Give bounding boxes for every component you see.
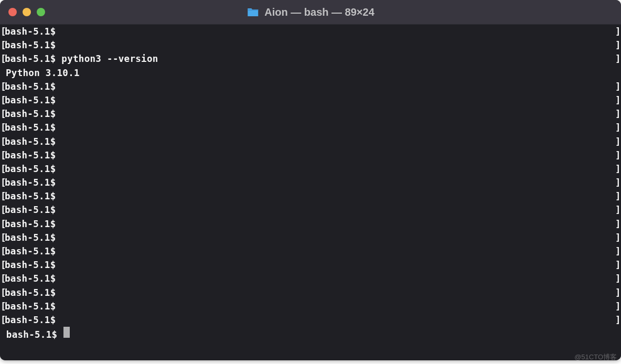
prompt: bash-5.1$ bbox=[5, 189, 56, 203]
window-title-text: Aion — bash — 89×24 bbox=[264, 6, 374, 18]
right-bracket: ] bbox=[615, 244, 620, 258]
terminal-line: [bash-5.1$] bbox=[1, 231, 620, 244]
prompt: bash-5.1$ bbox=[5, 258, 56, 272]
terminal-line: [bash-5.1$] bbox=[1, 93, 620, 107]
left-bracket: [ bbox=[1, 107, 5, 121]
prompt: bash-5.1$ bbox=[6, 328, 63, 341]
prompt: bash-5.1$ bbox=[5, 217, 56, 231]
left-bracket: [ bbox=[1, 244, 5, 258]
prompt: bash-5.1$ bbox=[5, 313, 56, 327]
right-bracket: ] bbox=[615, 176, 620, 189]
right-bracket: ] bbox=[615, 189, 620, 203]
prompt: bash-5.1$ bbox=[5, 286, 56, 299]
left-bracket: [ bbox=[1, 52, 5, 66]
prompt: bash-5.1$ bbox=[5, 107, 56, 121]
right-bracket: ] bbox=[615, 148, 620, 162]
terminal-line: [bash-5.1$] bbox=[1, 244, 620, 258]
left-bracket: [ bbox=[1, 203, 5, 217]
maximize-button[interactable] bbox=[37, 8, 45, 16]
terminal-line: [bash-5.1$] bbox=[1, 107, 620, 121]
terminal-body[interactable]: [bash-5.1$][bash-5.1$][bash-5.1$ python3… bbox=[0, 25, 621, 360]
close-button[interactable] bbox=[8, 8, 17, 16]
left-bracket: [ bbox=[1, 313, 5, 327]
left-bracket: [ bbox=[1, 80, 5, 93]
right-bracket: ] bbox=[615, 258, 620, 272]
terminal-line: [bash-5.1$] bbox=[1, 135, 620, 148]
right-bracket: ] bbox=[615, 313, 620, 327]
terminal-line: [bash-5.1$] bbox=[1, 121, 620, 134]
terminal-line: [bash-5.1$] bbox=[1, 176, 620, 189]
prompt: bash-5.1$ bbox=[5, 38, 56, 52]
right-bracket: ] bbox=[615, 203, 620, 217]
left-bracket: [ bbox=[1, 148, 5, 162]
prompt: bash-5.1$ bbox=[5, 244, 56, 258]
right-bracket: ] bbox=[615, 80, 620, 93]
left-bracket: [ bbox=[1, 217, 5, 231]
right-bracket: ] bbox=[615, 272, 620, 285]
window-title: Aion — bash — 89×24 bbox=[247, 6, 374, 18]
right-bracket: ] bbox=[615, 217, 620, 231]
left-bracket: [ bbox=[1, 162, 5, 176]
terminal-line: [bash-5.1$ python3 --version] bbox=[1, 52, 620, 66]
terminal-line: [bash-5.1$] bbox=[1, 272, 620, 285]
left-bracket: [ bbox=[1, 231, 5, 244]
terminal-output: Python 3.10.1 bbox=[1, 66, 80, 80]
terminal-line: [bash-5.1$] bbox=[1, 25, 620, 38]
cursor bbox=[63, 327, 70, 338]
left-bracket: [ bbox=[1, 258, 5, 272]
prompt: bash-5.1$ bbox=[5, 148, 56, 162]
minimize-button[interactable] bbox=[23, 8, 31, 16]
prompt: bash-5.1$ bbox=[5, 299, 56, 313]
prompt: bash-5.1$ bbox=[5, 121, 56, 134]
right-bracket: ] bbox=[615, 93, 620, 107]
titlebar[interactable]: Aion — bash — 89×24 bbox=[0, 0, 621, 25]
prompt: bash-5.1$ bbox=[5, 231, 56, 244]
prompt: bash-5.1$ bbox=[5, 203, 56, 217]
right-bracket: ] bbox=[615, 231, 620, 244]
terminal-line: [bash-5.1$] bbox=[1, 217, 620, 231]
terminal-line: [bash-5.1$] bbox=[1, 80, 620, 93]
left-bracket: [ bbox=[1, 121, 5, 134]
right-bracket: ] bbox=[615, 299, 620, 313]
terminal-line: [bash-5.1$] bbox=[1, 162, 620, 176]
right-bracket: ] bbox=[615, 52, 620, 66]
right-bracket: ] bbox=[615, 121, 620, 134]
terminal-line: [bash-5.1$] bbox=[1, 313, 620, 327]
prompt: bash-5.1$ bbox=[5, 93, 56, 107]
terminal-line: [bash-5.1$] bbox=[1, 299, 620, 313]
left-bracket: [ bbox=[1, 176, 5, 189]
left-bracket: [ bbox=[1, 272, 5, 285]
right-bracket: ] bbox=[615, 107, 620, 121]
terminal-line: [bash-5.1$] bbox=[1, 38, 620, 52]
terminal-line: [bash-5.1$] bbox=[1, 203, 620, 217]
terminal-line: [bash-5.1$] bbox=[1, 286, 620, 299]
terminal-line: Python 3.10.1 bbox=[1, 66, 620, 80]
terminal-line: [bash-5.1$] bbox=[1, 258, 620, 272]
svg-rect-0 bbox=[248, 9, 258, 10]
terminal-line: [bash-5.1$] bbox=[1, 189, 620, 203]
right-bracket: ] bbox=[615, 135, 620, 148]
prompt: bash-5.1$ bbox=[5, 176, 56, 189]
prompt: bash-5.1$ python3 --version bbox=[5, 52, 158, 66]
prompt: bash-5.1$ bbox=[5, 272, 56, 285]
terminal-window: Aion — bash — 89×24 [bash-5.1$][bash-5.1… bbox=[0, 0, 621, 360]
terminal-line: [bash-5.1$] bbox=[1, 148, 620, 162]
prompt: bash-5.1$ bbox=[5, 135, 56, 148]
left-bracket: [ bbox=[1, 135, 5, 148]
left-bracket: [ bbox=[1, 189, 5, 203]
left-bracket: [ bbox=[1, 38, 5, 52]
left-bracket: [ bbox=[1, 299, 5, 313]
left-bracket: [ bbox=[1, 286, 5, 299]
left-bracket: [ bbox=[1, 25, 5, 38]
left-bracket: [ bbox=[1, 93, 5, 107]
right-bracket: ] bbox=[615, 38, 620, 52]
folder-icon bbox=[247, 7, 259, 17]
prompt: bash-5.1$ bbox=[5, 80, 56, 93]
prompt: bash-5.1$ bbox=[5, 162, 56, 176]
prompt: bash-5.1$ bbox=[5, 25, 56, 38]
traffic-lights bbox=[8, 8, 45, 16]
space bbox=[1, 328, 6, 341]
right-bracket: ] bbox=[615, 286, 620, 299]
terminal-line: bash-5.1$ bbox=[1, 327, 620, 340]
right-bracket: ] bbox=[615, 25, 620, 38]
